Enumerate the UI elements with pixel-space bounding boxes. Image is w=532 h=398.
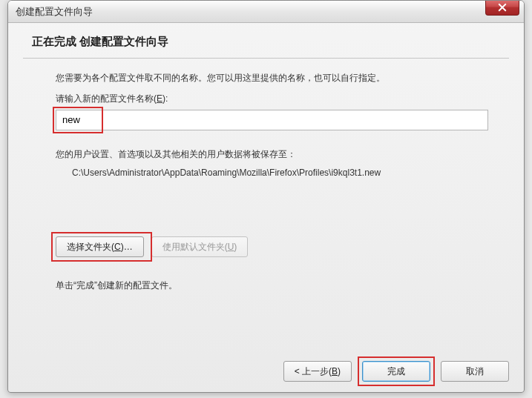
cancel-button[interactable]: 取消 bbox=[441, 361, 509, 382]
save-path: C:\Users\Administrator\AppData\Roaming\M… bbox=[56, 165, 488, 180]
profile-name-input-wrap bbox=[56, 110, 488, 130]
close-button[interactable] bbox=[485, 0, 519, 16]
page-title: 正在完成 创建配置文件向导 bbox=[23, 35, 509, 59]
window-title: 创建配置文件向导 bbox=[16, 5, 93, 19]
profile-name-input[interactable] bbox=[56, 110, 488, 130]
input-label: 请输入新的配置文件名称(E): bbox=[56, 91, 488, 106]
use-default-folder-button: 使用默认文件夹(U) bbox=[151, 236, 249, 257]
save-note: 您的用户设置、首选项以及其他相关的用户数据将被保存至： bbox=[56, 147, 488, 162]
hint-text: 单击“完成”创建新的配置文件。 bbox=[56, 278, 488, 293]
folder-row: 选择文件夹(C)… 使用默认文件夹(U) bbox=[56, 236, 488, 257]
accel-c: C bbox=[114, 242, 121, 252]
close-icon bbox=[498, 3, 507, 12]
accel-b: B bbox=[332, 366, 338, 377]
accel-e: E bbox=[157, 93, 162, 104]
footer: < 上一步(B) 完成 取消 bbox=[23, 351, 509, 382]
choose-folder-button[interactable]: 选择文件夹(C)… bbox=[56, 236, 144, 257]
intro-text: 您需要为各个配置文件取不同的名称。您可以用这里提供的名称，也可以自行指定。 bbox=[56, 70, 488, 85]
finish-button[interactable]: 完成 bbox=[362, 361, 430, 382]
finish-wrap: 完成 bbox=[362, 361, 430, 382]
titlebar: 创建配置文件向导 bbox=[8, 1, 524, 23]
body: 您需要为各个配置文件取不同的名称。您可以用这里提供的名称，也可以自行指定。 请输… bbox=[23, 59, 509, 351]
back-button[interactable]: < 上一步(B) bbox=[283, 361, 352, 382]
content-area: 正在完成 创建配置文件向导 您需要为各个配置文件取不同的名称。您可以用这里提供的… bbox=[8, 23, 524, 392]
wizard-window: 创建配置文件向导 正在完成 创建配置文件向导 您需要为各个配置文件取不同的名称。… bbox=[7, 0, 525, 393]
